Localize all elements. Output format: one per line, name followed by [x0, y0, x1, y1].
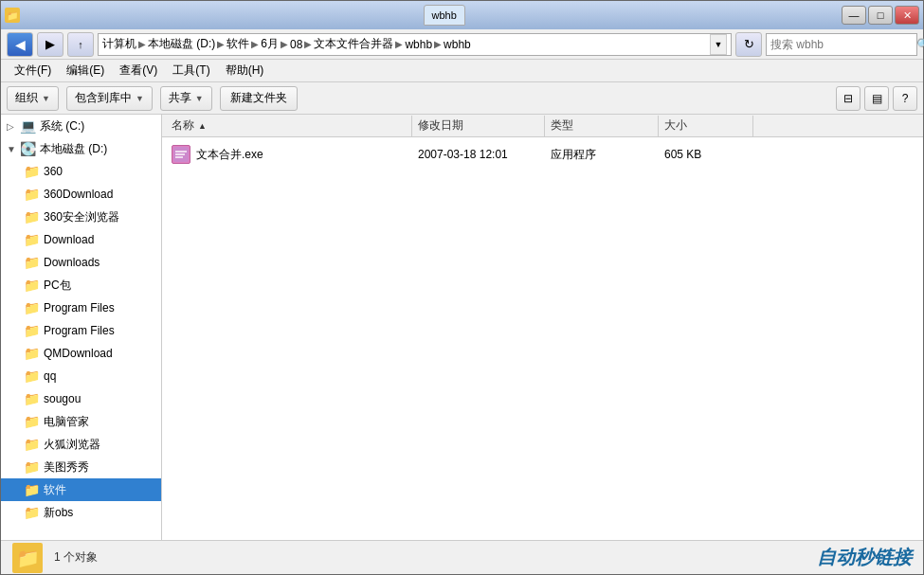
file-area: 名称 ▲ 修改日期 类型 大小 — [162, 115, 923, 540]
sidebar-item-pcbao[interactable]: 📁 PC包 — [1, 274, 161, 296]
sidebar: ▷ 💻 系统 (C:) ▼ 💽 本地磁盘 (D:) 📁 360 📁 — [1, 115, 162, 540]
file-date-cell: 2007-03-18 12:01 — [412, 148, 545, 161]
sidebar-item-360browser-label: 360安全浏览器 — [44, 209, 119, 225]
refresh-button[interactable]: ↻ — [735, 32, 762, 57]
file-size-text: 605 KB — [664, 148, 701, 161]
sidebar-item-360download[interactable]: 📁 360Download — [1, 183, 161, 206]
folder-download-icon: 📁 — [24, 232, 40, 247]
search-bar[interactable]: 🔍 — [766, 33, 917, 56]
sidebar-item-pcmanager[interactable]: 📁 电脑管家 — [1, 410, 161, 433]
sidebar-item-newobs-label: 新obs — [44, 505, 73, 521]
minimize-button[interactable]: — — [842, 6, 866, 25]
folder-360-icon: 📁 — [24, 164, 40, 179]
sidebar-item-qmdownload[interactable]: 📁 QMDownload — [1, 342, 161, 365]
folder-newobs-icon: 📁 — [24, 505, 40, 520]
sidebar-item-programfiles2[interactable]: 📁 Program Files — [1, 319, 161, 342]
back-button[interactable]: ◀ — [7, 32, 33, 57]
sidebar-item-360download-label: 360Download — [44, 188, 113, 201]
share-button[interactable]: 共享 ▼ — [160, 86, 212, 111]
sidebar-item-360-label: 360 — [44, 165, 63, 178]
sidebar-scroll[interactable]: ▷ 💻 系统 (C:) ▼ 💽 本地磁盘 (D:) 📁 360 📁 — [1, 115, 161, 540]
menu-file[interactable]: 文件(F) — [7, 62, 59, 81]
col-date[interactable]: 修改日期 — [412, 116, 545, 136]
file-list[interactable]: 文本合并.exe 2007-03-18 12:01 应用程序 605 KB — [162, 137, 923, 540]
folder-sougou-icon: 📁 — [24, 391, 40, 406]
sidebar-item-d-label: 本地磁盘 (D:) — [40, 141, 107, 157]
include-library-button[interactable]: 包含到库中 ▼ — [66, 86, 153, 111]
path-month: 6月 — [261, 36, 279, 52]
col-size-label: 大小 — [664, 117, 687, 134]
sidebar-item-c-drive[interactable]: ▷ 💻 系统 (C:) — [1, 115, 161, 137]
path-wbhb2: wbhb — [444, 38, 471, 51]
file-size-cell: 605 KB — [659, 148, 753, 161]
sidebar-item-programfiles1[interactable]: 📁 Program Files — [1, 296, 161, 319]
view-panel-button[interactable]: ▤ — [864, 86, 889, 111]
sidebar-item-qmdl-label: QMDownload — [44, 347, 113, 360]
sidebar-item-360browser[interactable]: 📁 360安全浏览器 — [1, 206, 161, 228]
svg-rect-2 — [175, 153, 185, 155]
svg-rect-1 — [175, 151, 187, 153]
col-size[interactable]: 大小 — [659, 116, 753, 136]
col-name[interactable]: 名称 ▲ — [166, 116, 412, 136]
include-library-arrow: ▼ — [136, 94, 144, 103]
menu-edit[interactable]: 编辑(E) — [59, 62, 112, 81]
file-type-cell: 应用程序 — [545, 147, 659, 163]
share-label: 共享 — [169, 90, 191, 106]
path-wbhb1: wbhb — [405, 38, 432, 51]
toolbar2: 组织 ▼ 包含到库中 ▼ 共享 ▼ 新建文件夹 ⊟ ▤ ? — [1, 82, 923, 115]
sidebar-item-sougou[interactable]: 📁 sougou — [1, 387, 161, 410]
sidebar-item-qq[interactable]: 📁 qq — [1, 365, 161, 387]
title-bar: 📁 wbhb — □ ✕ — [1, 1, 923, 29]
window-tab[interactable]: wbhb — [424, 5, 465, 26]
sidebar-item-newobs[interactable]: 📁 新obs — [1, 501, 161, 524]
sidebar-item-c-label: 系统 (C:) — [40, 118, 84, 135]
sidebar-item-d-drive[interactable]: ▼ 💽 本地磁盘 (D:) — [1, 137, 161, 160]
sidebar-item-pf2-label: Program Files — [44, 324, 115, 337]
sidebar-item-pf1-label: Program Files — [44, 301, 115, 314]
address-dropdown[interactable]: ▼ — [710, 34, 727, 55]
sidebar-item-360[interactable]: 📁 360 — [1, 160, 161, 183]
sidebar-item-firefox[interactable]: 📁 火狐浏览器 — [1, 433, 161, 456]
sidebar-item-software[interactable]: 📁 软件 — [1, 478, 161, 501]
organize-label: 组织 — [15, 90, 38, 106]
folder-pcmgr-icon: 📁 — [24, 414, 40, 429]
window: 📁 wbhb — □ ✕ ◀ ▶ ↑ 计算机 ▶ 本地磁盘 (D:) ▶ 软件 … — [0, 0, 924, 575]
menu-view[interactable]: 查看(V) — [112, 62, 165, 81]
sidebar-item-download-label: Download — [44, 233, 94, 246]
menu-tools[interactable]: 工具(T) — [165, 62, 217, 81]
c-drive-icon: 💻 — [20, 118, 36, 134]
main-area: ▷ 💻 系统 (C:) ▼ 💽 本地磁盘 (D:) 📁 360 📁 — [1, 115, 923, 540]
path-day: 08 — [290, 38, 302, 51]
file-type-text: 应用程序 — [551, 147, 596, 163]
window-icon: 📁 — [5, 8, 20, 23]
view-toggle-button[interactable]: ⊟ — [836, 86, 861, 111]
svg-rect-3 — [175, 156, 183, 158]
search-icon[interactable]: 🔍 — [916, 35, 924, 54]
file-header: 名称 ▲ 修改日期 类型 大小 — [162, 115, 923, 137]
help-button[interactable]: ? — [893, 86, 917, 111]
close-button[interactable]: ✕ — [895, 6, 919, 25]
col-name-label: 名称 — [172, 117, 194, 134]
search-input[interactable] — [770, 38, 913, 51]
sidebar-item-pcmgr-label: 电脑管家 — [44, 414, 89, 430]
address-path: 计算机 ▶ 本地磁盘 (D:) ▶ 软件 ▶ 6月 ▶ 08 ▶ 文本文件合并器… — [102, 36, 706, 52]
menu-bar: 文件(F) 编辑(E) 查看(V) 工具(T) 帮助(H) — [1, 60, 923, 82]
expand-d-icon: ▼ — [7, 144, 16, 154]
folder-360dl-icon: 📁 — [24, 187, 40, 202]
file-date-text: 2007-03-18 12:01 — [418, 148, 508, 161]
forward-button[interactable]: ▶ — [37, 32, 63, 57]
new-folder-button[interactable]: 新建文件夹 — [220, 86, 298, 111]
organize-button[interactable]: 组织 ▼ — [7, 86, 59, 111]
menu-help[interactable]: 帮助(H) — [218, 62, 272, 81]
sidebar-item-meitu[interactable]: 📁 美图秀秀 — [1, 456, 161, 478]
title-bar-tabs: wbhb — [424, 5, 842, 26]
status-count: 1 个对象 — [54, 549, 98, 566]
table-row[interactable]: 文本合并.exe 2007-03-18 12:01 应用程序 605 KB — [162, 141, 923, 168]
col-type[interactable]: 类型 — [545, 116, 659, 136]
address-bar[interactable]: 计算机 ▶ 本地磁盘 (D:) ▶ 软件 ▶ 6月 ▶ 08 ▶ 文本文件合并器… — [98, 33, 732, 56]
sidebar-item-download[interactable]: 📁 Download — [1, 228, 161, 251]
sidebar-item-downloads-label: Downloads — [44, 256, 100, 269]
maximize-button[interactable]: □ — [868, 6, 893, 25]
up-button[interactable]: ↑ — [67, 32, 94, 57]
sidebar-item-downloads[interactable]: 📁 Downloads — [1, 251, 161, 274]
